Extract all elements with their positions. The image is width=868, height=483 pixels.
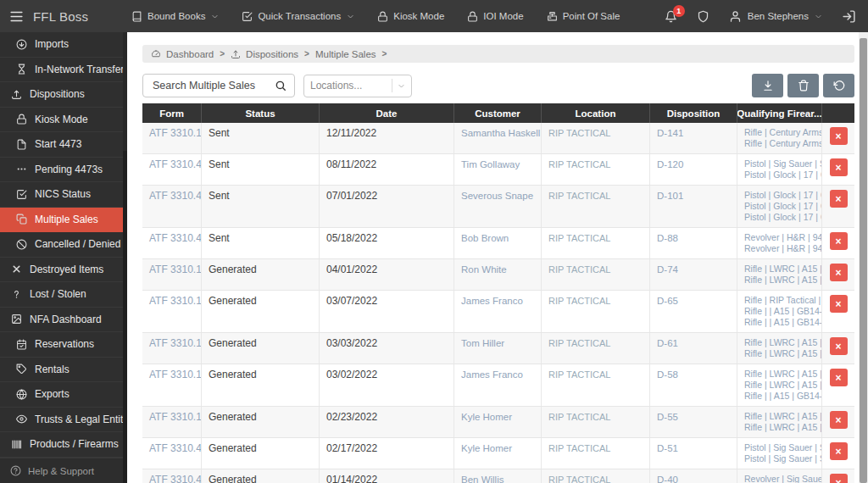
delete-row-button[interactable]: ×: [830, 474, 848, 483]
delete-row-button[interactable]: ×: [830, 127, 848, 145]
search-icon[interactable]: [275, 80, 287, 92]
customer-link[interactable]: Tim Gollaway: [461, 159, 520, 169]
breadcrumb-item: Dashboard >: [151, 49, 231, 59]
sidebar-item-kiosk-mode[interactable]: Kiosk Mode: [0, 108, 127, 133]
sidebar-item-cancelled-denied[interactable]: Cancelled / Denied: [0, 232, 127, 258]
sidebar-item-in-network-transfers[interactable]: In-Network Transfers: [0, 58, 127, 83]
disposition-link[interactable]: D-51: [657, 443, 678, 453]
locations-select[interactable]: Locations...: [303, 75, 412, 97]
table-header-row: Form Status Date Customer Location Dispo…: [142, 103, 854, 123]
sidebar-item-multiple-sales[interactable]: Multiple Sales: [0, 208, 127, 233]
hamburger-menu-icon[interactable]: [9, 9, 24, 24]
delete-row-button[interactable]: ×: [830, 369, 848, 386]
sidebar-item-nfa-dashboard[interactable]: NFA Dashboard: [0, 308, 127, 333]
sign-out-icon[interactable]: [842, 9, 856, 24]
sidebar-item-nics-status[interactable]: NICS Status: [0, 182, 127, 208]
disposition-link[interactable]: D-88: [657, 233, 678, 243]
nav-point-of-sale[interactable]: Point Of Sale: [547, 11, 620, 22]
customer-link[interactable]: Severous Snape: [461, 191, 533, 201]
page-scrollbar-thumb[interactable]: [860, 38, 867, 483]
nav-quick-transactions[interactable]: Quick Transactions: [242, 11, 354, 22]
sidebar-item-label: NICS Status: [35, 188, 91, 200]
user-menu[interactable]: Ben Stephens: [729, 10, 822, 23]
chevron-down-icon: [347, 13, 354, 20]
sidebar-item-pending-4473s[interactable]: Pending 4473s: [0, 158, 127, 183]
column-header-qualifying-firearms[interactable]: Qualifying Firear...: [737, 103, 822, 123]
download-button[interactable]: [752, 74, 783, 97]
notifications-button[interactable]: 1: [665, 10, 677, 23]
form-link[interactable]: ATF 3310.4: [149, 190, 202, 202]
delete-row-button[interactable]: ×: [830, 411, 848, 429]
disposition-link[interactable]: D-120: [657, 159, 683, 169]
form-link[interactable]: ATF 3310.12: [149, 127, 202, 139]
form-link[interactable]: ATF 3310.12: [149, 264, 202, 275]
sidebar-item-start-4473[interactable]: Start 4473: [0, 132, 127, 158]
page-scrollbar[interactable]: [859, 32, 868, 483]
sidebar-item-reservations[interactable]: Reservations: [0, 332, 127, 358]
sidebar-item-help-support[interactable]: Help & Support: [0, 458, 127, 483]
refresh-button[interactable]: [823, 74, 854, 97]
disposition-link[interactable]: D-101: [657, 191, 683, 201]
column-header-disposition[interactable]: Disposition: [650, 103, 737, 123]
sidebar-item-rentals[interactable]: Rentals: [0, 358, 127, 383]
sidebar-item-trusts-legal-entities[interactable]: Trusts & Legal Entities: [0, 408, 127, 433]
delete-row-button[interactable]: ×: [830, 337, 848, 355]
sidebar-item-imports[interactable]: Imports: [0, 32, 127, 58]
date-cell: 02/23/2022: [320, 407, 454, 437]
disposition-link[interactable]: D-141: [657, 128, 683, 138]
column-header-status[interactable]: Status: [202, 103, 320, 123]
form-link[interactable]: ATF 3310.4: [149, 158, 202, 170]
disposition-link[interactable]: D-55: [657, 412, 678, 422]
column-header-form[interactable]: Form: [142, 103, 202, 123]
form-link[interactable]: ATF 3310.12: [149, 411, 202, 423]
disposition-link[interactable]: D-58: [657, 369, 678, 380]
delete-selected-button[interactable]: [787, 74, 819, 97]
delete-row-button[interactable]: ×: [830, 264, 848, 281]
form-link[interactable]: ATF 3310.4: [149, 474, 202, 483]
customer-link[interactable]: Tom Hiller: [461, 338, 504, 348]
disposition-link[interactable]: D-40: [657, 475, 678, 483]
breadcrumb-dashboard[interactable]: Dashboard: [166, 49, 214, 59]
form-link[interactable]: ATF 3310.4: [149, 232, 202, 244]
delete-row-button[interactable]: ×: [830, 442, 848, 460]
disposition-link[interactable]: D-65: [657, 296, 678, 306]
disposition-link[interactable]: D-74: [657, 264, 678, 275]
column-header-date[interactable]: Date: [320, 103, 454, 123]
copy-icon: [16, 214, 27, 225]
delete-row-button[interactable]: ×: [830, 295, 848, 313]
lock-icon: [16, 114, 27, 125]
search-input[interactable]: [151, 79, 275, 92]
form-link[interactable]: ATF 3310.4: [149, 442, 202, 454]
customer-link[interactable]: Samantha Haskell: [461, 128, 540, 138]
form-link[interactable]: ATF 3310.12: [149, 369, 202, 380]
customer-link[interactable]: Kyle Homer: [461, 443, 512, 453]
delete-row-button[interactable]: ×: [830, 232, 848, 250]
qualifying-firearms-cell: Rifle | RIP Tactical | FL Rifle | | A15 …: [737, 291, 822, 332]
form-link[interactable]: ATF 3310.12: [149, 337, 202, 349]
column-header-customer[interactable]: Customer: [454, 103, 542, 123]
column-header-location[interactable]: Location: [542, 103, 650, 123]
breadcrumb-item: Dispositions >: [231, 49, 315, 59]
sidebar-item-products-firearms[interactable]: Products / Firearms: [0, 432, 127, 458]
sidebar-item-destroyed-items[interactable]: Destroyed Items: [0, 258, 127, 283]
delete-row-button[interactable]: ×: [830, 190, 848, 208]
delete-row-button[interactable]: ×: [830, 158, 848, 176]
customer-link[interactable]: James Franco: [461, 296, 523, 306]
customer-link[interactable]: James Franco: [461, 369, 523, 380]
customer-link[interactable]: Bob Brown: [461, 233, 509, 243]
sidebar-item-lost-stolen[interactable]: Lost / Stolen: [0, 282, 127, 308]
disposition-link[interactable]: D-61: [657, 338, 678, 348]
customer-link[interactable]: Ron White: [461, 264, 507, 275]
customer-link[interactable]: Kyle Homer: [461, 412, 512, 422]
customer-link[interactable]: Ben Willis: [461, 475, 504, 483]
nav-ioi-mode[interactable]: IOI Mode: [467, 11, 523, 22]
cash-register-icon: [547, 11, 558, 22]
nav-bound-books[interactable]: Bound Books: [131, 11, 219, 22]
breadcrumb-multiple-sales[interactable]: Multiple Sales: [315, 49, 376, 59]
nav-kiosk-mode[interactable]: Kiosk Mode: [377, 11, 444, 22]
form-link[interactable]: ATF 3310.12: [149, 295, 202, 307]
sidebar-item-exports[interactable]: Exports: [0, 382, 127, 408]
sidebar-item-dispositions[interactable]: Dispositions: [0, 82, 127, 108]
breadcrumb-dispositions[interactable]: Dispositions: [246, 49, 298, 59]
shield-icon[interactable]: [697, 10, 709, 23]
